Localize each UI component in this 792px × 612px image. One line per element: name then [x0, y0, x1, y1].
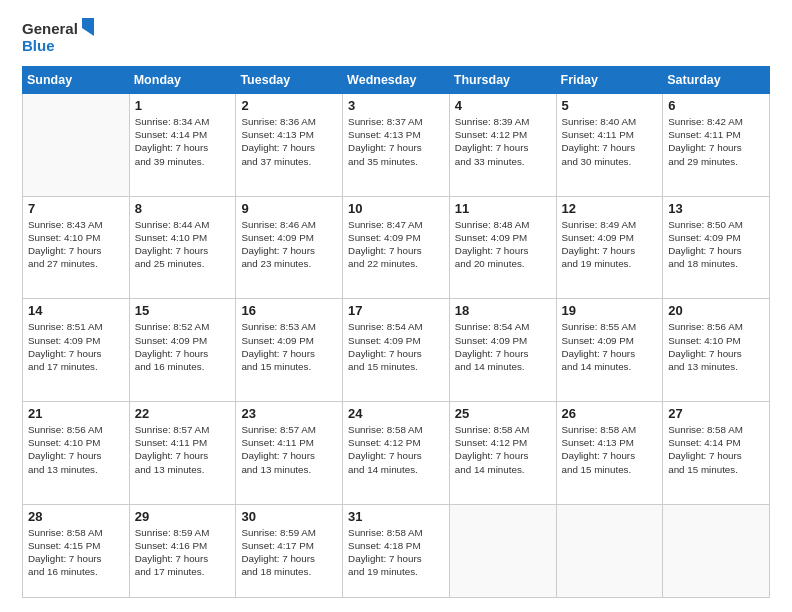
calendar-cell: 16Sunrise: 8:53 AM Sunset: 4:09 PM Dayli…	[236, 299, 343, 402]
calendar-cell: 13Sunrise: 8:50 AM Sunset: 4:09 PM Dayli…	[663, 196, 770, 299]
cell-info: Sunrise: 8:52 AM Sunset: 4:09 PM Dayligh…	[135, 320, 231, 373]
day-number: 14	[28, 303, 124, 318]
calendar-week-row: 28Sunrise: 8:58 AM Sunset: 4:15 PM Dayli…	[23, 504, 770, 597]
day-number: 15	[135, 303, 231, 318]
cell-info: Sunrise: 8:57 AM Sunset: 4:11 PM Dayligh…	[241, 423, 337, 476]
cell-info: Sunrise: 8:50 AM Sunset: 4:09 PM Dayligh…	[668, 218, 764, 271]
calendar-cell	[449, 504, 556, 597]
cell-info: Sunrise: 8:56 AM Sunset: 4:10 PM Dayligh…	[668, 320, 764, 373]
cell-info: Sunrise: 8:44 AM Sunset: 4:10 PM Dayligh…	[135, 218, 231, 271]
cell-info: Sunrise: 8:58 AM Sunset: 4:14 PM Dayligh…	[668, 423, 764, 476]
logo-svg: General Blue	[22, 18, 94, 56]
calendar-cell: 11Sunrise: 8:48 AM Sunset: 4:09 PM Dayli…	[449, 196, 556, 299]
day-number: 19	[562, 303, 658, 318]
calendar-cell: 24Sunrise: 8:58 AM Sunset: 4:12 PM Dayli…	[343, 401, 450, 504]
cell-info: Sunrise: 8:39 AM Sunset: 4:12 PM Dayligh…	[455, 115, 551, 168]
weekday-header-friday: Friday	[556, 67, 663, 94]
calendar-week-row: 21Sunrise: 8:56 AM Sunset: 4:10 PM Dayli…	[23, 401, 770, 504]
cell-info: Sunrise: 8:54 AM Sunset: 4:09 PM Dayligh…	[455, 320, 551, 373]
day-number: 22	[135, 406, 231, 421]
cell-info: Sunrise: 8:36 AM Sunset: 4:13 PM Dayligh…	[241, 115, 337, 168]
cell-info: Sunrise: 8:54 AM Sunset: 4:09 PM Dayligh…	[348, 320, 444, 373]
day-number: 10	[348, 201, 444, 216]
calendar-cell: 17Sunrise: 8:54 AM Sunset: 4:09 PM Dayli…	[343, 299, 450, 402]
cell-info: Sunrise: 8:55 AM Sunset: 4:09 PM Dayligh…	[562, 320, 658, 373]
day-number: 2	[241, 98, 337, 113]
day-number: 8	[135, 201, 231, 216]
day-number: 12	[562, 201, 658, 216]
day-number: 29	[135, 509, 231, 524]
cell-info: Sunrise: 8:47 AM Sunset: 4:09 PM Dayligh…	[348, 218, 444, 271]
weekday-header-wednesday: Wednesday	[343, 67, 450, 94]
weekday-header-tuesday: Tuesday	[236, 67, 343, 94]
cell-info: Sunrise: 8:46 AM Sunset: 4:09 PM Dayligh…	[241, 218, 337, 271]
calendar-cell: 27Sunrise: 8:58 AM Sunset: 4:14 PM Dayli…	[663, 401, 770, 504]
day-number: 13	[668, 201, 764, 216]
logo: General Blue	[22, 18, 94, 56]
day-number: 9	[241, 201, 337, 216]
day-number: 1	[135, 98, 231, 113]
calendar-cell: 14Sunrise: 8:51 AM Sunset: 4:09 PM Dayli…	[23, 299, 130, 402]
calendar-cell: 19Sunrise: 8:55 AM Sunset: 4:09 PM Dayli…	[556, 299, 663, 402]
cell-info: Sunrise: 8:59 AM Sunset: 4:16 PM Dayligh…	[135, 526, 231, 579]
calendar-cell	[556, 504, 663, 597]
cell-info: Sunrise: 8:58 AM Sunset: 4:12 PM Dayligh…	[455, 423, 551, 476]
cell-info: Sunrise: 8:37 AM Sunset: 4:13 PM Dayligh…	[348, 115, 444, 168]
cell-info: Sunrise: 8:58 AM Sunset: 4:15 PM Dayligh…	[28, 526, 124, 579]
calendar-cell: 4Sunrise: 8:39 AM Sunset: 4:12 PM Daylig…	[449, 94, 556, 197]
calendar-cell: 28Sunrise: 8:58 AM Sunset: 4:15 PM Dayli…	[23, 504, 130, 597]
day-number: 26	[562, 406, 658, 421]
day-number: 28	[28, 509, 124, 524]
weekday-header-sunday: Sunday	[23, 67, 130, 94]
calendar-week-row: 1Sunrise: 8:34 AM Sunset: 4:14 PM Daylig…	[23, 94, 770, 197]
calendar-cell: 1Sunrise: 8:34 AM Sunset: 4:14 PM Daylig…	[129, 94, 236, 197]
calendar-cell: 2Sunrise: 8:36 AM Sunset: 4:13 PM Daylig…	[236, 94, 343, 197]
calendar-cell	[663, 504, 770, 597]
day-number: 7	[28, 201, 124, 216]
calendar-cell: 21Sunrise: 8:56 AM Sunset: 4:10 PM Dayli…	[23, 401, 130, 504]
page: General Blue SundayMondayTuesdayWednesda…	[0, 0, 792, 612]
calendar-cell: 23Sunrise: 8:57 AM Sunset: 4:11 PM Dayli…	[236, 401, 343, 504]
weekday-header-monday: Monday	[129, 67, 236, 94]
svg-text:Blue: Blue	[22, 37, 55, 54]
cell-info: Sunrise: 8:59 AM Sunset: 4:17 PM Dayligh…	[241, 526, 337, 579]
calendar-cell	[23, 94, 130, 197]
weekday-header-thursday: Thursday	[449, 67, 556, 94]
day-number: 23	[241, 406, 337, 421]
calendar-cell: 20Sunrise: 8:56 AM Sunset: 4:10 PM Dayli…	[663, 299, 770, 402]
calendar-cell: 18Sunrise: 8:54 AM Sunset: 4:09 PM Dayli…	[449, 299, 556, 402]
cell-info: Sunrise: 8:49 AM Sunset: 4:09 PM Dayligh…	[562, 218, 658, 271]
day-number: 31	[348, 509, 444, 524]
header: General Blue	[22, 18, 770, 56]
calendar-cell: 26Sunrise: 8:58 AM Sunset: 4:13 PM Dayli…	[556, 401, 663, 504]
day-number: 11	[455, 201, 551, 216]
day-number: 6	[668, 98, 764, 113]
day-number: 21	[28, 406, 124, 421]
calendar-cell: 25Sunrise: 8:58 AM Sunset: 4:12 PM Dayli…	[449, 401, 556, 504]
day-number: 16	[241, 303, 337, 318]
cell-info: Sunrise: 8:53 AM Sunset: 4:09 PM Dayligh…	[241, 320, 337, 373]
day-number: 18	[455, 303, 551, 318]
day-number: 24	[348, 406, 444, 421]
cell-info: Sunrise: 8:48 AM Sunset: 4:09 PM Dayligh…	[455, 218, 551, 271]
day-number: 27	[668, 406, 764, 421]
calendar-week-row: 14Sunrise: 8:51 AM Sunset: 4:09 PM Dayli…	[23, 299, 770, 402]
calendar-cell: 31Sunrise: 8:58 AM Sunset: 4:18 PM Dayli…	[343, 504, 450, 597]
cell-info: Sunrise: 8:51 AM Sunset: 4:09 PM Dayligh…	[28, 320, 124, 373]
calendar-cell: 5Sunrise: 8:40 AM Sunset: 4:11 PM Daylig…	[556, 94, 663, 197]
day-number: 5	[562, 98, 658, 113]
calendar-cell: 30Sunrise: 8:59 AM Sunset: 4:17 PM Dayli…	[236, 504, 343, 597]
cell-info: Sunrise: 8:58 AM Sunset: 4:18 PM Dayligh…	[348, 526, 444, 579]
calendar-cell: 10Sunrise: 8:47 AM Sunset: 4:09 PM Dayli…	[343, 196, 450, 299]
weekday-header-saturday: Saturday	[663, 67, 770, 94]
cell-info: Sunrise: 8:57 AM Sunset: 4:11 PM Dayligh…	[135, 423, 231, 476]
day-number: 4	[455, 98, 551, 113]
cell-info: Sunrise: 8:42 AM Sunset: 4:11 PM Dayligh…	[668, 115, 764, 168]
svg-marker-2	[82, 18, 94, 36]
calendar-cell: 6Sunrise: 8:42 AM Sunset: 4:11 PM Daylig…	[663, 94, 770, 197]
cell-info: Sunrise: 8:34 AM Sunset: 4:14 PM Dayligh…	[135, 115, 231, 168]
calendar-week-row: 7Sunrise: 8:43 AM Sunset: 4:10 PM Daylig…	[23, 196, 770, 299]
day-number: 20	[668, 303, 764, 318]
calendar-cell: 7Sunrise: 8:43 AM Sunset: 4:10 PM Daylig…	[23, 196, 130, 299]
calendar-cell: 8Sunrise: 8:44 AM Sunset: 4:10 PM Daylig…	[129, 196, 236, 299]
